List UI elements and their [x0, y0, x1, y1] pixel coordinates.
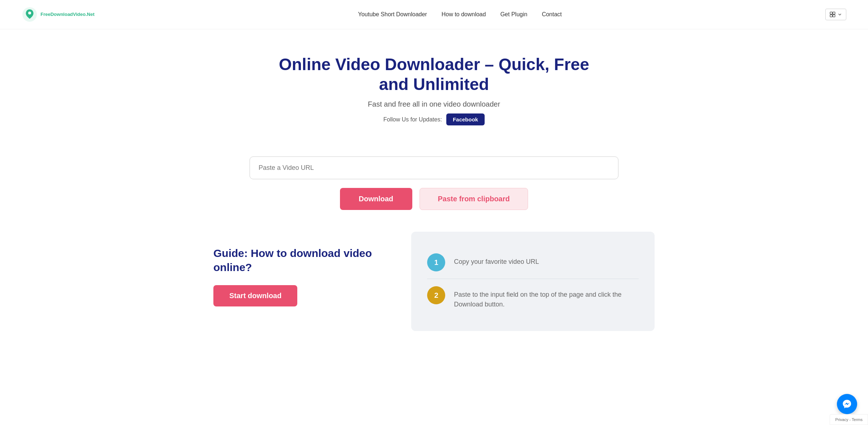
step-text-1: Copy your favorite video URL: [454, 253, 539, 267]
step-item-2: 2 Paste to the input field on the top of…: [427, 279, 639, 317]
translate-button[interactable]: [825, 9, 846, 20]
privacy-notice: Privacy - Terms: [830, 414, 868, 425]
action-buttons: Download Paste from clipboard: [0, 188, 868, 210]
url-input-wrapper: [239, 156, 629, 179]
nav-link-get-plugin[interactable]: Get Plugin: [500, 11, 527, 17]
guide-title: Guide: How to download video online?: [213, 246, 390, 274]
svg-rect-2: [830, 12, 832, 14]
facebook-button[interactable]: Facebook: [446, 113, 485, 125]
follow-row: Follow Us for Updates: Facebook: [278, 113, 590, 125]
step-circle-2: 2: [427, 286, 445, 304]
hero-subtitle: Fast and free all in one video downloade…: [278, 100, 590, 108]
follow-text: Follow Us for Updates:: [383, 116, 442, 123]
messenger-fab[interactable]: [837, 394, 857, 414]
hero-title: Online Video Downloader – Quick, Free an…: [278, 55, 590, 94]
svg-rect-4: [830, 15, 832, 17]
nav-link-contact[interactable]: Contact: [542, 11, 562, 17]
download-button[interactable]: Download: [340, 188, 412, 210]
paste-from-clipboard-button[interactable]: Paste from clipboard: [420, 188, 528, 210]
svg-point-1: [28, 12, 31, 14]
steps-card: 1 Copy your favorite video URL 2 Paste t…: [411, 232, 655, 331]
nav-link-youtube-short[interactable]: Youtube Short Downloader: [358, 11, 427, 17]
hero-section: Online Video Downloader – Quick, Free an…: [271, 29, 597, 156]
step-circle-1: 1: [427, 253, 445, 271]
guide-left: Guide: How to download video online? Sta…: [213, 232, 390, 306]
svg-rect-3: [833, 12, 835, 14]
step-text-2: Paste to the input field on the top of t…: [454, 286, 639, 309]
svg-rect-5: [833, 15, 835, 17]
url-input[interactable]: [250, 156, 618, 179]
logo[interactable]: FreeDownloadVideo.Net: [22, 7, 94, 22]
nav-link-how-to-download[interactable]: How to download: [442, 11, 486, 17]
start-download-button[interactable]: Start download: [213, 285, 297, 306]
lower-section: Guide: How to download video online? Sta…: [199, 232, 669, 353]
nav-right: [825, 9, 846, 20]
step-item-1: 1 Copy your favorite video URL: [427, 246, 639, 279]
logo-text: FreeDownloadVideo.Net: [41, 12, 94, 17]
navbar: FreeDownloadVideo.Net Youtube Short Down…: [0, 0, 868, 29]
